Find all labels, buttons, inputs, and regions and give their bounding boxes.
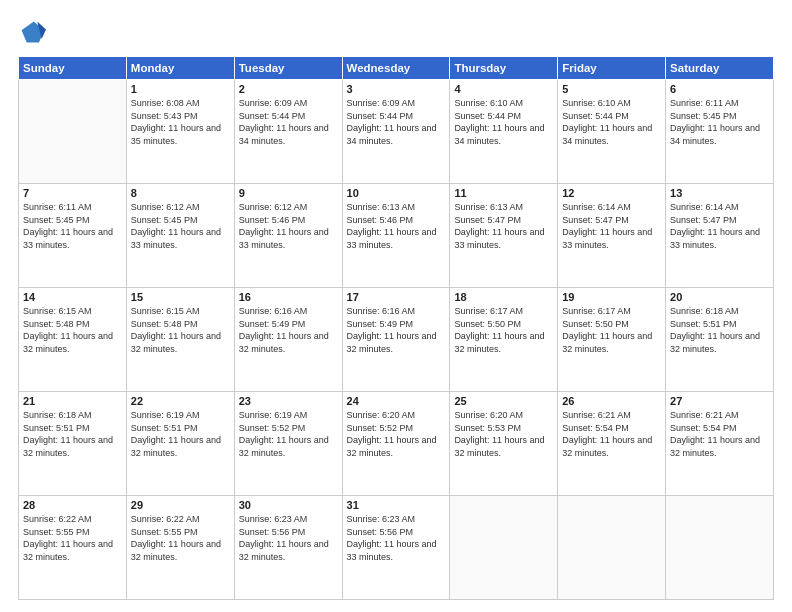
calendar-cell: 26Sunrise: 6:21 AMSunset: 5:54 PMDayligh… [558,392,666,496]
day-number: 29 [131,499,230,511]
calendar-cell: 1Sunrise: 6:08 AMSunset: 5:43 PMDaylight… [126,80,234,184]
calendar-cell: 11Sunrise: 6:13 AMSunset: 5:47 PMDayligh… [450,184,558,288]
weekday-friday: Friday [558,57,666,80]
calendar-cell: 16Sunrise: 6:16 AMSunset: 5:49 PMDayligh… [234,288,342,392]
week-row-5: 28Sunrise: 6:22 AMSunset: 5:55 PMDayligh… [19,496,774,600]
logo-icon [18,18,46,46]
calendar-cell: 3Sunrise: 6:09 AMSunset: 5:44 PMDaylight… [342,80,450,184]
day-number: 5 [562,83,661,95]
calendar-cell: 2Sunrise: 6:09 AMSunset: 5:44 PMDaylight… [234,80,342,184]
day-number: 4 [454,83,553,95]
cell-details: Sunrise: 6:09 AMSunset: 5:44 PMDaylight:… [239,97,338,147]
weekday-header-row: SundayMondayTuesdayWednesdayThursdayFrid… [19,57,774,80]
cell-details: Sunrise: 6:12 AMSunset: 5:45 PMDaylight:… [131,201,230,251]
cell-details: Sunrise: 6:17 AMSunset: 5:50 PMDaylight:… [454,305,553,355]
day-number: 28 [23,499,122,511]
week-row-2: 7Sunrise: 6:11 AMSunset: 5:45 PMDaylight… [19,184,774,288]
weekday-monday: Monday [126,57,234,80]
calendar-cell: 18Sunrise: 6:17 AMSunset: 5:50 PMDayligh… [450,288,558,392]
day-number: 13 [670,187,769,199]
day-number: 21 [23,395,122,407]
day-number: 22 [131,395,230,407]
calendar-cell [558,496,666,600]
day-number: 6 [670,83,769,95]
calendar-cell: 10Sunrise: 6:13 AMSunset: 5:46 PMDayligh… [342,184,450,288]
calendar-cell: 17Sunrise: 6:16 AMSunset: 5:49 PMDayligh… [342,288,450,392]
cell-details: Sunrise: 6:20 AMSunset: 5:52 PMDaylight:… [347,409,446,459]
calendar-cell [19,80,127,184]
calendar-cell: 31Sunrise: 6:23 AMSunset: 5:56 PMDayligh… [342,496,450,600]
calendar-cell: 25Sunrise: 6:20 AMSunset: 5:53 PMDayligh… [450,392,558,496]
day-number: 30 [239,499,338,511]
page: SundayMondayTuesdayWednesdayThursdayFrid… [0,0,792,612]
day-number: 9 [239,187,338,199]
calendar-cell [666,496,774,600]
cell-details: Sunrise: 6:11 AMSunset: 5:45 PMDaylight:… [670,97,769,147]
cell-details: Sunrise: 6:10 AMSunset: 5:44 PMDaylight:… [454,97,553,147]
day-number: 8 [131,187,230,199]
calendar-cell [450,496,558,600]
day-number: 23 [239,395,338,407]
week-row-4: 21Sunrise: 6:18 AMSunset: 5:51 PMDayligh… [19,392,774,496]
cell-details: Sunrise: 6:16 AMSunset: 5:49 PMDaylight:… [239,305,338,355]
weekday-wednesday: Wednesday [342,57,450,80]
cell-details: Sunrise: 6:22 AMSunset: 5:55 PMDaylight:… [23,513,122,563]
cell-details: Sunrise: 6:15 AMSunset: 5:48 PMDaylight:… [23,305,122,355]
cell-details: Sunrise: 6:23 AMSunset: 5:56 PMDaylight:… [347,513,446,563]
weekday-thursday: Thursday [450,57,558,80]
day-number: 7 [23,187,122,199]
calendar-cell: 4Sunrise: 6:10 AMSunset: 5:44 PMDaylight… [450,80,558,184]
header [18,18,774,46]
day-number: 24 [347,395,446,407]
calendar-cell: 13Sunrise: 6:14 AMSunset: 5:47 PMDayligh… [666,184,774,288]
week-row-3: 14Sunrise: 6:15 AMSunset: 5:48 PMDayligh… [19,288,774,392]
calendar-cell: 8Sunrise: 6:12 AMSunset: 5:45 PMDaylight… [126,184,234,288]
day-number: 12 [562,187,661,199]
day-number: 18 [454,291,553,303]
calendar-cell: 30Sunrise: 6:23 AMSunset: 5:56 PMDayligh… [234,496,342,600]
day-number: 11 [454,187,553,199]
day-number: 26 [562,395,661,407]
cell-details: Sunrise: 6:12 AMSunset: 5:46 PMDaylight:… [239,201,338,251]
day-number: 17 [347,291,446,303]
cell-details: Sunrise: 6:18 AMSunset: 5:51 PMDaylight:… [670,305,769,355]
calendar-cell: 21Sunrise: 6:18 AMSunset: 5:51 PMDayligh… [19,392,127,496]
day-number: 16 [239,291,338,303]
day-number: 25 [454,395,553,407]
day-number: 27 [670,395,769,407]
weekday-sunday: Sunday [19,57,127,80]
calendar-cell: 9Sunrise: 6:12 AMSunset: 5:46 PMDaylight… [234,184,342,288]
cell-details: Sunrise: 6:21 AMSunset: 5:54 PMDaylight:… [562,409,661,459]
calendar-cell: 12Sunrise: 6:14 AMSunset: 5:47 PMDayligh… [558,184,666,288]
cell-details: Sunrise: 6:22 AMSunset: 5:55 PMDaylight:… [131,513,230,563]
cell-details: Sunrise: 6:08 AMSunset: 5:43 PMDaylight:… [131,97,230,147]
calendar-cell: 29Sunrise: 6:22 AMSunset: 5:55 PMDayligh… [126,496,234,600]
weekday-tuesday: Tuesday [234,57,342,80]
cell-details: Sunrise: 6:16 AMSunset: 5:49 PMDaylight:… [347,305,446,355]
cell-details: Sunrise: 6:13 AMSunset: 5:47 PMDaylight:… [454,201,553,251]
cell-details: Sunrise: 6:13 AMSunset: 5:46 PMDaylight:… [347,201,446,251]
day-number: 10 [347,187,446,199]
cell-details: Sunrise: 6:18 AMSunset: 5:51 PMDaylight:… [23,409,122,459]
day-number: 15 [131,291,230,303]
cell-details: Sunrise: 6:14 AMSunset: 5:47 PMDaylight:… [670,201,769,251]
cell-details: Sunrise: 6:15 AMSunset: 5:48 PMDaylight:… [131,305,230,355]
calendar-cell: 24Sunrise: 6:20 AMSunset: 5:52 PMDayligh… [342,392,450,496]
calendar-cell: 28Sunrise: 6:22 AMSunset: 5:55 PMDayligh… [19,496,127,600]
day-number: 20 [670,291,769,303]
logo [18,18,50,46]
calendar-cell: 19Sunrise: 6:17 AMSunset: 5:50 PMDayligh… [558,288,666,392]
calendar-cell: 15Sunrise: 6:15 AMSunset: 5:48 PMDayligh… [126,288,234,392]
calendar-cell: 14Sunrise: 6:15 AMSunset: 5:48 PMDayligh… [19,288,127,392]
calendar-cell: 6Sunrise: 6:11 AMSunset: 5:45 PMDaylight… [666,80,774,184]
cell-details: Sunrise: 6:14 AMSunset: 5:47 PMDaylight:… [562,201,661,251]
weekday-saturday: Saturday [666,57,774,80]
day-number: 14 [23,291,122,303]
day-number: 31 [347,499,446,511]
calendar-table: SundayMondayTuesdayWednesdayThursdayFrid… [18,56,774,600]
cell-details: Sunrise: 6:19 AMSunset: 5:52 PMDaylight:… [239,409,338,459]
calendar-cell: 27Sunrise: 6:21 AMSunset: 5:54 PMDayligh… [666,392,774,496]
calendar-cell: 5Sunrise: 6:10 AMSunset: 5:44 PMDaylight… [558,80,666,184]
day-number: 3 [347,83,446,95]
cell-details: Sunrise: 6:19 AMSunset: 5:51 PMDaylight:… [131,409,230,459]
